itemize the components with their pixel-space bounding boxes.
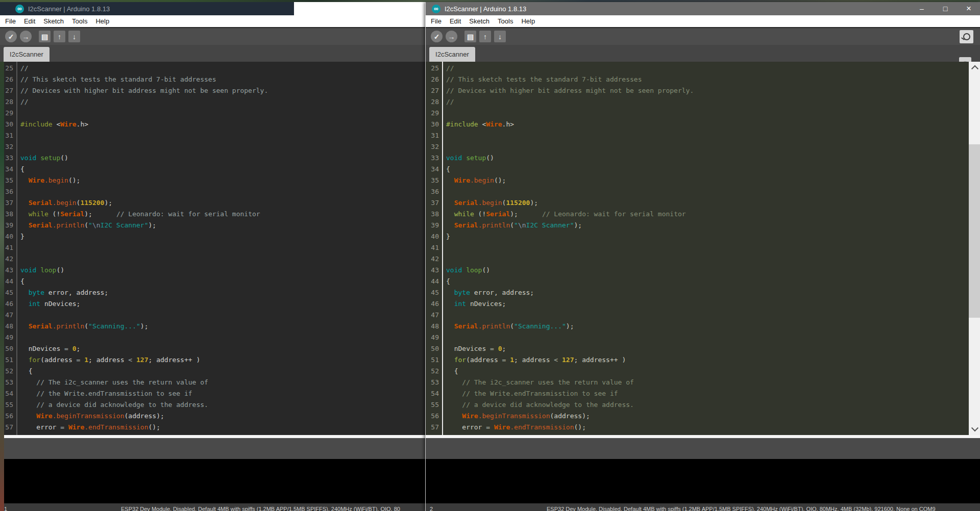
code-line: 33void setup() [0, 152, 425, 164]
arduino-window-right: ∞ I2cScanner | Arduino 1.8.13 – □ × File… [425, 2, 980, 511]
chevron-down-icon [971, 424, 978, 431]
code-line: 52 { [0, 366, 425, 377]
vertical-scrollbar[interactable] [969, 62, 980, 435]
menu-item-sketch[interactable]: Sketch [465, 15, 494, 27]
code-token: Serial [60, 210, 84, 218]
new-sketch-button[interactable]: ▤ [464, 31, 476, 42]
menu-bar: FileEditSketchToolsHelp [426, 15, 980, 27]
maximize-button[interactable]: □ [934, 2, 957, 15]
code-token [20, 390, 36, 397]
line-content: byte error, address; [442, 287, 534, 298]
code-token: ); [148, 221, 156, 229]
line-content: // This sketch tests the standard 7-bit … [16, 74, 216, 85]
scrollbar-thumb[interactable] [969, 144, 980, 318]
verify-button[interactable]: ✓ [431, 31, 443, 42]
code-token: nDevices; [466, 300, 506, 308]
code-token [446, 199, 454, 207]
code-token [446, 390, 462, 397]
menu-item-file[interactable]: File [1, 15, 20, 27]
scroll-up-button[interactable] [969, 62, 980, 73]
line-content: Serial.begin(115200); [16, 197, 112, 209]
code-token [20, 412, 36, 420]
code-token [490, 423, 494, 431]
code-token [20, 221, 29, 229]
menu-item-edit[interactable]: Edit [20, 15, 39, 27]
code-token: Serial [454, 322, 478, 330]
line-content: Serial.println("\nI2C Scanner"); [16, 220, 156, 231]
code-token: () [482, 266, 490, 274]
minimize-button[interactable]: – [910, 2, 934, 15]
open-sketch-button[interactable]: ↑ [54, 31, 65, 42]
code-token [446, 378, 462, 386]
verify-button[interactable]: ✓ [5, 31, 17, 42]
serial-monitor-button[interactable] [960, 30, 973, 43]
code-token: Wire [60, 120, 76, 128]
tab-bar: I2cScanner [0, 45, 425, 62]
menu-item-tools[interactable]: Tools [68, 15, 91, 27]
new-sketch-button[interactable]: ▤ [39, 31, 51, 42]
code-line: 49 [426, 332, 980, 343]
line-content [16, 253, 20, 265]
line-content: void setup() [442, 152, 494, 164]
code-token: while [29, 210, 48, 218]
line-content: error = Wire.endTransmission(); [442, 422, 586, 433]
line-content: // The i2c_scanner uses the return value… [442, 377, 634, 388]
code-token [20, 378, 36, 386]
tab-i2cscanner[interactable]: I2cScanner [4, 47, 50, 62]
code-token: { [446, 277, 450, 285]
code-token [20, 199, 29, 207]
code-token [20, 300, 29, 308]
code-line: 27// Devices with higher bit address mig… [0, 85, 425, 96]
line-content: { [442, 276, 450, 287]
line-number: 34 [426, 164, 442, 175]
upload-button[interactable]: → [20, 31, 32, 42]
code-line: 28// [426, 96, 980, 108]
code-token: Wire [486, 120, 502, 128]
console-output [426, 459, 980, 503]
line-content: // Devices with higher bit address might… [442, 85, 694, 96]
code-token: { [20, 165, 24, 173]
upload-button[interactable]: → [446, 31, 457, 42]
menu-item-help[interactable]: Help [517, 15, 539, 27]
code-line: 57 error = Wire.endTransmission(); [0, 422, 425, 433]
code-editor[interactable]: 25//26// This sketch tests the standard … [0, 62, 425, 435]
code-token: = [490, 345, 494, 352]
code-token: .begin [478, 199, 502, 207]
code-token: { [446, 367, 458, 375]
code-token: (address); [125, 412, 164, 420]
code-editor[interactable]: 25//26// This sketch tests the standard … [426, 62, 980, 435]
code-token: 115200 [80, 199, 104, 207]
line-number: 55 [426, 399, 442, 411]
title-bar[interactable]: ∞ I2cScanner | Arduino 1.8.13 – □ × [426, 2, 980, 15]
menu-item-edit[interactable]: Edit [446, 15, 465, 27]
open-sketch-button[interactable]: ↑ [479, 31, 491, 42]
menu-item-tools[interactable]: Tools [494, 15, 517, 27]
save-sketch-button[interactable]: ↓ [494, 31, 506, 42]
console-output [0, 459, 425, 503]
menu-item-help[interactable]: Help [91, 15, 113, 27]
new-sketch-icon: ▤ [467, 33, 474, 40]
code-line: 51 for(address = 1; address < 127; addre… [426, 354, 980, 366]
status-footer: 1 ESP32 Dev Module, Disabled, Default 4M… [0, 503, 425, 511]
code-token: // This sketch tests the standard 7-bit … [20, 75, 216, 83]
code-line: 38 while (!Serial); // Leonardo: wait fo… [0, 209, 425, 220]
line-content: Wire.beginTransmission(address); [442, 411, 590, 422]
scroll-down-button[interactable] [969, 424, 980, 435]
arduino-logo-icon: ∞ [15, 5, 24, 13]
code-token [446, 210, 454, 218]
menu-item-sketch[interactable]: Sketch [39, 15, 68, 27]
code-token [20, 210, 29, 218]
code-line: 52 { [426, 366, 980, 377]
line-content: Wire.begin(); [442, 175, 506, 186]
code-token: (); [494, 176, 506, 184]
chevron-up-icon [971, 65, 978, 72]
code-token: Serial [454, 199, 478, 207]
menu-item-file[interactable]: File [427, 15, 446, 27]
line-number: 57 [426, 422, 442, 433]
code-line: 29 [0, 108, 425, 119]
tab-i2cscanner[interactable]: I2cScanner [429, 47, 475, 62]
save-sketch-button[interactable]: ↓ [68, 31, 80, 42]
code-token: int [454, 300, 466, 308]
code-token: .beginTransmission [53, 412, 125, 420]
close-button[interactable]: × [957, 2, 980, 15]
